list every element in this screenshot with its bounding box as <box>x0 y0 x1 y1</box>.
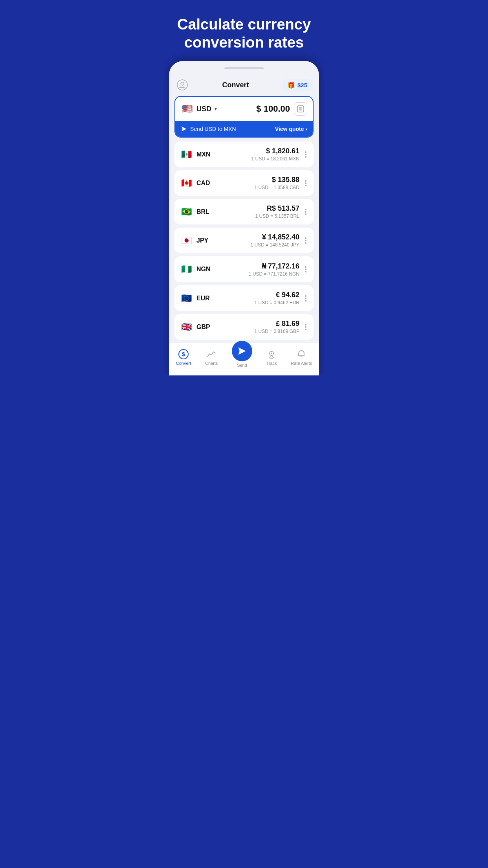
currency-row-right-brl: R$ 513.57 1 USD = 5.1357 BRL <box>255 204 308 219</box>
currency-row-right-gbp: £ 81.69 1 USD = 0.8169 GBP <box>255 320 308 334</box>
currency-code-mxn: MXN <box>196 151 211 158</box>
send-nav-btn[interactable] <box>232 341 252 361</box>
more-icon-gbp[interactable] <box>303 322 308 332</box>
currency-row-left-gbp: 🇬🇧 GBP <box>180 321 210 333</box>
rate-mxn: 1 USD = 18.2061 MXN <box>251 156 299 162</box>
currency-input-top: 🇺🇸 USD ▾ $ 100.00 <box>175 97 313 121</box>
currency-row-left-cad: 🇨🇦 CAD <box>180 177 210 189</box>
currency-row-left-brl: 🇧🇷 BRL <box>180 206 209 218</box>
gift-icon: 🎁 <box>287 81 295 89</box>
more-icon-mxn[interactable] <box>303 150 308 159</box>
track-nav-label: Track <box>266 361 277 366</box>
amounts-gbp: £ 81.69 1 USD = 0.8169 GBP <box>255 320 299 334</box>
more-icon-jpy[interactable] <box>303 236 308 245</box>
view-quote-btn[interactable]: View quote › <box>275 126 307 132</box>
amounts-cad: $ 135.88 1 USD = 1.3588 CAD <box>255 176 299 190</box>
rate-alerts-nav-label: Rate Alerts <box>291 361 312 366</box>
currency-row-left-jpy: 🇯🇵 JPY <box>180 234 208 247</box>
rate-jpy: 1 USD = 148.5240 JPY <box>251 242 299 248</box>
amounts-mxn: $ 1,820.61 1 USD = 18.2061 MXN <box>251 147 299 162</box>
profile-icon[interactable] <box>176 79 189 91</box>
rate-alerts-nav-icon <box>296 349 306 359</box>
convert-nav-label: Convert <box>176 361 191 366</box>
flag-mxn: 🇲🇽 <box>180 148 193 161</box>
flag-brl: 🇧🇷 <box>180 206 193 218</box>
phone-content: Convert 🎁 $25 🇺🇸 USD ▾ <box>169 75 319 340</box>
top-bar: Convert 🎁 $25 <box>174 75 314 96</box>
amount-gbp: £ 81.69 <box>255 320 299 328</box>
currency-row-left-ngn: 🇳🇬 NGN <box>180 263 211 276</box>
currency-row-right-jpy: ¥ 14,852.40 1 USD = 148.5240 JPY <box>251 233 308 248</box>
currency-row-cad[interactable]: 🇨🇦 CAD $ 135.88 1 USD = 1.3588 CAD <box>174 170 314 196</box>
more-icon-brl[interactable] <box>303 207 308 217</box>
currency-row-right-ngn: ₦ 77,172.16 1 USD = 771.7216 NGN <box>249 262 308 277</box>
hero-line2: conversion rates <box>184 34 304 51</box>
amount-jpy: ¥ 14,852.40 <box>251 233 299 241</box>
send-nav-label: Send <box>237 363 247 368</box>
amount-ngn: ₦ 77,172.16 <box>249 262 299 270</box>
phone-notch <box>224 67 264 69</box>
nav-item-track[interactable]: Track <box>266 349 277 366</box>
nav-item-rate-alerts[interactable]: Rate Alerts <box>291 349 312 366</box>
more-icon-eur[interactable] <box>303 294 308 303</box>
send-bar[interactable]: Send USD to MXN View quote › <box>175 121 313 137</box>
more-icon-ngn[interactable] <box>303 265 308 274</box>
flag-ngn: 🇳🇬 <box>180 263 193 276</box>
flag-gbp: 🇬🇧 <box>180 321 193 333</box>
charts-nav-label: Charts <box>205 361 218 366</box>
currency-row-gbp[interactable]: 🇬🇧 GBP £ 81.69 1 USD = 0.8169 GBP <box>174 314 314 340</box>
amount-cad: $ 135.88 <box>255 176 299 184</box>
svg-text:$: $ <box>182 351 185 357</box>
currency-row-right-cad: $ 135.88 1 USD = 1.3588 CAD <box>255 176 308 190</box>
page-title: Convert <box>222 81 249 89</box>
send-label: Send USD to MXN <box>190 126 236 132</box>
amount-mxn: $ 1,820.61 <box>251 147 299 155</box>
base-currency-selector[interactable]: 🇺🇸 USD ▾ <box>181 103 217 115</box>
currency-code-cad: CAD <box>196 180 210 187</box>
currency-row-left-eur: 🇪🇺 EUR <box>180 292 210 305</box>
track-nav-icon <box>266 349 277 359</box>
gift-amount: $25 <box>297 82 307 88</box>
currency-row-right-eur: € 94.62 1 USD = 0.9462 EUR <box>255 291 308 305</box>
convert-nav-icon: $ <box>178 349 189 359</box>
rate-cad: 1 USD = 1.3588 CAD <box>255 185 299 190</box>
currency-row-mxn[interactable]: 🇲🇽 MXN $ 1,820.61 1 USD = 18.2061 MXN <box>174 142 314 167</box>
nav-item-convert[interactable]: $ Convert <box>176 349 191 366</box>
svg-marker-16 <box>238 348 246 355</box>
base-amount[interactable]: $ 100.00 <box>256 104 290 114</box>
calculator-icon[interactable] <box>294 102 307 116</box>
currency-code-brl: BRL <box>196 208 209 215</box>
rate-eur: 1 USD = 0.9462 EUR <box>255 300 299 305</box>
svg-point-1 <box>181 82 184 85</box>
currency-row-ngn[interactable]: 🇳🇬 NGN ₦ 77,172.16 1 USD = 771.7216 NGN <box>174 256 314 282</box>
amounts-eur: € 94.62 1 USD = 0.9462 EUR <box>255 291 299 305</box>
flag-eur: 🇪🇺 <box>180 292 193 305</box>
currency-row-right-mxn: $ 1,820.61 1 USD = 18.2061 MXN <box>251 147 308 162</box>
svg-rect-2 <box>297 106 304 112</box>
currency-dropdown-icon: ▾ <box>215 106 217 112</box>
amounts-ngn: ₦ 77,172.16 1 USD = 771.7216 NGN <box>249 262 299 277</box>
hero-section: Calculate currency conversion rates <box>163 0 325 61</box>
svg-marker-13 <box>182 127 186 131</box>
nav-item-send[interactable]: Send <box>232 347 252 368</box>
currency-row-left-mxn: 🇲🇽 MXN <box>180 148 211 161</box>
charts-nav-icon <box>206 349 216 359</box>
hero-line1: Calculate currency <box>177 16 311 33</box>
amount-area: $ 100.00 <box>256 102 307 116</box>
phone-frame: Convert 🎁 $25 🇺🇸 USD ▾ <box>169 61 319 375</box>
gift-badge[interactable]: 🎁 $25 <box>283 79 312 91</box>
currency-code-gbp: GBP <box>196 324 210 331</box>
more-icon-cad[interactable] <box>303 178 308 188</box>
currency-row-brl[interactable]: 🇧🇷 BRL R$ 513.57 1 USD = 5.1357 BRL <box>174 199 314 224</box>
currency-row-eur[interactable]: 🇪🇺 EUR € 94.62 1 USD = 0.9462 EUR <box>174 285 314 311</box>
currency-row-jpy[interactable]: 🇯🇵 JPY ¥ 14,852.40 1 USD = 148.5240 JPY <box>174 228 314 253</box>
currency-code-jpy: JPY <box>196 237 208 244</box>
flag-cad: 🇨🇦 <box>180 177 193 189</box>
rate-gbp: 1 USD = 0.8169 GBP <box>255 329 299 334</box>
bottom-nav: $ Convert Charts <box>169 343 319 375</box>
currency-code-eur: EUR <box>196 295 210 302</box>
amount-brl: R$ 513.57 <box>255 204 299 213</box>
currency-list: 🇲🇽 MXN $ 1,820.61 1 USD = 18.2061 MXN <box>174 142 314 340</box>
nav-item-charts[interactable]: Charts <box>205 349 218 366</box>
base-flag: 🇺🇸 <box>181 103 193 115</box>
